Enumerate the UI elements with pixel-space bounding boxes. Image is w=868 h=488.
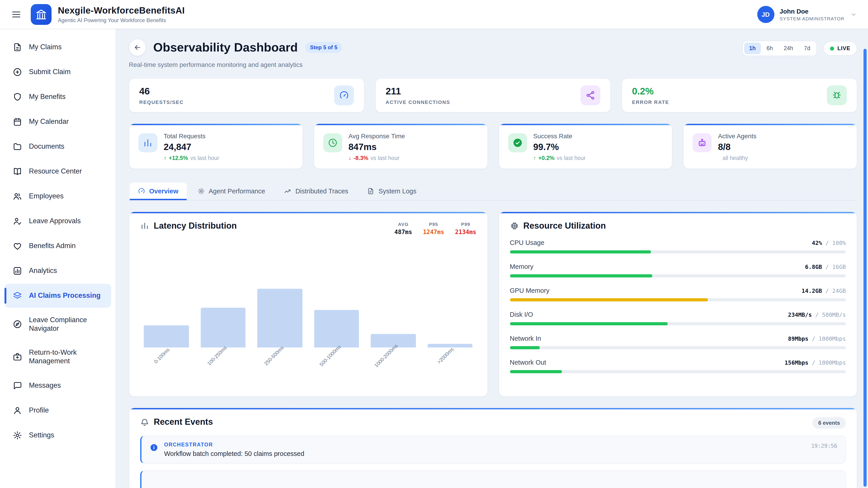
sidebar-item-employees[interactable]: Employees [4, 184, 111, 208]
sidebar-item-label: My Calendar [29, 118, 69, 126]
sidebar-item-ai-claims-processing[interactable]: AI Claims Processing [4, 284, 111, 308]
metric-delta: ↑ +12.5% vs last hour [164, 155, 219, 161]
bar-chart-icon [143, 138, 153, 148]
time-range-1h[interactable]: 1h [744, 42, 761, 54]
delta-note: vs last hour [190, 155, 219, 161]
sidebar-item-return-to-work-management[interactable]: Return-to-Work Management [4, 341, 111, 373]
back-button[interactable] [129, 39, 146, 56]
bucket-label: 100-250ms [206, 345, 228, 366]
metric-delta: all healthy [718, 155, 756, 161]
stat-cards-row: 46 REQUESTS/SEC 211 ACTIVE CONNECTIONS 0… [129, 78, 857, 112]
tab-label: Overview [149, 188, 178, 195]
resource-row-memory: Memory 6.8GB16GB [510, 263, 846, 278]
delta-value: +0.2% [538, 155, 555, 161]
event-item-partial[interactable] [140, 470, 846, 488]
resource-row-disk-io: Disk I/O 234MB/s500MB/s [510, 311, 846, 325]
robot-icon [698, 138, 707, 148]
latency-bucket: 1000-2000ms [371, 240, 416, 348]
sidebar-item-my-claims[interactable]: My Claims [4, 35, 111, 59]
metric-value: 99.7% [533, 142, 586, 152]
app-title: Nexgile-WorkforceBenefitsAI [58, 5, 185, 15]
progress-fill [510, 370, 562, 373]
stat-card-active-connections: 211 ACTIVE CONNECTIONS [375, 78, 611, 112]
time-range-6h[interactable]: 6h [762, 42, 778, 54]
events-count-badge: 6 events [812, 417, 846, 429]
trend-line-icon [284, 188, 291, 195]
sidebar-item-benefits-admin[interactable]: Benefits Admin [4, 234, 111, 258]
time-range-24h[interactable]: 24h [779, 42, 798, 54]
app-subtitle: Agentic AI Powering Your Workforce Benef… [58, 17, 185, 23]
tab-system-logs[interactable]: System Logs [359, 183, 425, 200]
delta-note: all healthy [723, 155, 748, 161]
stat-label: REQUESTS/SEC [139, 99, 184, 105]
avatar[interactable]: JD [757, 6, 774, 23]
bar [200, 308, 246, 348]
gear-icon [13, 430, 22, 440]
document-icon [13, 42, 22, 52]
tab-bar: Overview Agent Performance Distributed T… [129, 183, 857, 201]
page-header-right: 1h 6h 24h 7d LIVE [742, 41, 857, 56]
sidebar-item-my-calendar[interactable]: My Calendar [4, 110, 111, 134]
sidebar-item-documents[interactable]: Documents [4, 135, 111, 159]
latency-stat-p95: P95 1247ms [423, 222, 444, 235]
tab-distributed-traces[interactable]: Distributed Traces [276, 183, 356, 200]
tab-label: Distributed Traces [296, 188, 348, 195]
metric-title: Avg Response Time [348, 132, 405, 140]
event-item[interactable]: ORCHESTRATOR Workflow batch completed: 5… [140, 435, 846, 464]
sidebar-item-profile[interactable]: Profile [4, 398, 111, 422]
stat-card-requests-per-sec: 46 REQUESTS/SEC [129, 78, 364, 112]
layers-icon [13, 291, 22, 300]
bucket-label: 0-100ms [153, 347, 170, 364]
sidebar-item-settings[interactable]: Settings [4, 423, 111, 447]
tab-overview[interactable]: Overview [130, 183, 186, 200]
person-icon [13, 405, 22, 415]
sidebar-item-leave-approvals[interactable]: Leave Approvals [4, 209, 111, 233]
chevron-down-icon[interactable] [850, 11, 857, 18]
user-info: John Doe SYSTEM ADMINISTRATOR [780, 7, 844, 21]
stat-label: ACTIVE CONNECTIONS [385, 99, 450, 105]
briefcase-icon [13, 352, 22, 361]
panel-title: Recent Events [140, 417, 213, 427]
user-menu[interactable]: JD John Doe SYSTEM ADMINISTRATOR [757, 6, 857, 23]
metric-card-success-rate: Success Rate 99.7% ↑ +0.2% vs last hour [498, 123, 673, 169]
sidebar-item-submit-claim[interactable]: Submit Claim [4, 60, 111, 84]
progress-track [510, 370, 846, 373]
page-title: Observability Dashboard [153, 40, 298, 55]
metric-delta: ↑ +0.2% vs last hour [533, 155, 586, 161]
analytics-chart-icon [13, 266, 22, 275]
tab-agent-performance[interactable]: Agent Performance [189, 183, 273, 200]
delta-arrow-icon: ↑ [164, 155, 166, 161]
app-logo [31, 4, 52, 25]
sidebar-item-messages[interactable]: Messages [4, 373, 111, 397]
vertical-scrollbar[interactable] [864, 49, 867, 487]
gauge-icon [339, 90, 349, 100]
resource-row-network-out: Network Out 156Mbps1000Mbps [510, 359, 846, 373]
bug-tile [827, 86, 847, 105]
latency-bucket: 500-1000ms [314, 240, 359, 348]
latency-bucket: 250-500ms [257, 240, 302, 348]
bucket-label: 250-500ms [263, 345, 285, 366]
metric-card-active-agents: Active Agents 8/8 all healthy [683, 123, 857, 169]
latency-bar-chart: 0-100ms 100-250ms 250-500ms 500-1000ms 1… [140, 240, 476, 348]
resource-utilization-panel: Resource Utilization CPU Usage 42%100% M… [498, 212, 857, 397]
gauge-tile [334, 86, 354, 105]
menu-icon[interactable] [11, 9, 22, 20]
stat-card-error-rate: 0.2% ERROR RATE [622, 78, 857, 112]
sidebar-item-my-benefits[interactable]: My Benefits [4, 85, 111, 109]
shield-icon [13, 92, 22, 102]
sidebar-item-leave-compliance-navigator[interactable]: Leave Compliance Navigator [4, 308, 111, 340]
bar [144, 325, 189, 348]
sidebar-item-label: Employees [29, 192, 64, 201]
time-range-7d[interactable]: 7d [799, 42, 815, 54]
recent-events-panel: Recent Events 6 events ORCHESTRATOR Work… [129, 408, 857, 488]
sidebar-item-resource-center[interactable]: Resource Center [4, 160, 111, 184]
metric-title: Success Rate [533, 132, 586, 140]
latency-stat-p99: P99 2134ms [455, 222, 476, 235]
book-icon [13, 167, 22, 176]
delta-value: +12.5% [169, 155, 188, 161]
progress-fill [510, 346, 539, 349]
progress-fill [510, 298, 708, 301]
main-content: Observability Dashboard Step 5 of 5 Real… [116, 29, 868, 488]
sidebar-item-analytics[interactable]: Analytics [4, 259, 111, 283]
app-identity: Nexgile-WorkforceBenefitsAI Agentic AI P… [58, 5, 185, 23]
